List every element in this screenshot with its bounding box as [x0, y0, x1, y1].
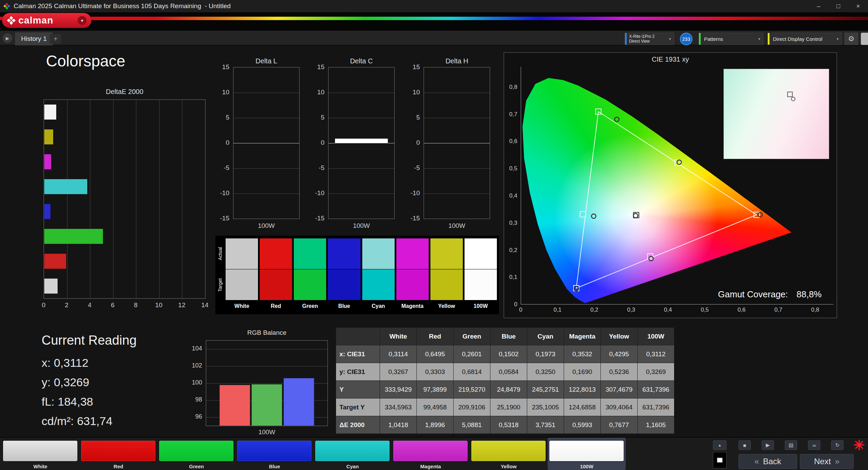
measured-marker-white	[634, 214, 638, 218]
gridline	[159, 100, 159, 298]
swatch-column-100w: 100W	[465, 238, 497, 313]
table-header-cell: Blue	[490, 328, 527, 345]
table-corner-cell	[336, 328, 380, 345]
pattern-window-icon	[717, 458, 722, 463]
gamut-coverage: Gamut Coverage: 88,8%	[718, 289, 822, 300]
meter-status-badge[interactable]: 233	[680, 33, 692, 45]
axis-tick-label: 0,1	[551, 307, 564, 313]
table-cell: 334,5963	[380, 398, 416, 416]
deltae-x-axis: 02468101214	[44, 301, 205, 310]
refresh-button[interactable]: ↻	[831, 440, 843, 450]
table-cell: 333,9429	[380, 381, 416, 398]
table-cell: 0,3303	[417, 363, 453, 380]
calman-logo-button[interactable]: calman ▾	[2, 13, 91, 28]
axis-tick-label: 2	[62, 301, 72, 309]
patterns-dropdown[interactable]: Patterns ▾	[699, 33, 763, 45]
pattern-button-white[interactable]: White	[1, 438, 79, 470]
gridline	[206, 349, 328, 349]
display-control-dropdown[interactable]: Direct Display Control ▾	[767, 33, 842, 45]
target-swatch	[362, 269, 395, 300]
axis-tick-label: 0,4	[504, 192, 517, 199]
calman-asterisk-icon: ✳	[853, 438, 865, 453]
pattern-button-100w[interactable]: 100W	[548, 438, 626, 470]
next-button[interactable]: Next »	[800, 454, 854, 469]
save-button[interactable]: ▤	[785, 440, 797, 450]
pattern-button-cyan[interactable]: Cyan	[314, 438, 392, 470]
actual-swatch	[328, 238, 360, 269]
table-header-cell: Yellow	[601, 328, 637, 345]
axis-tick-label: 0	[39, 301, 48, 309]
swatch-column-green: Green	[294, 238, 326, 313]
table-cell: 0,3250	[527, 363, 564, 380]
calman-diamond-icon	[7, 16, 16, 25]
axis-tick-label: -10	[217, 189, 229, 197]
axis-tick-label: 6	[108, 301, 118, 309]
logo-dropdown-icon[interactable]: ▾	[78, 16, 87, 25]
meter-dropdown[interactable]: X-Rite i1Pro 2 Direct View ▾	[625, 33, 674, 45]
add-tab-button[interactable]: +	[50, 34, 61, 44]
pattern-button-red[interactable]: Red	[79, 438, 157, 470]
tab-history-1[interactable]: History 1	[15, 32, 53, 45]
pattern-button-blue[interactable]: Blue	[235, 438, 314, 470]
pattern-button-green[interactable]: Green	[157, 438, 235, 470]
measured-marker-red	[758, 213, 762, 217]
target-swatch	[430, 269, 463, 300]
table-cell: 0,2601	[454, 345, 490, 363]
meter-name: X-Rite i1Pro 2 Direct View	[627, 34, 666, 44]
table-cell: 3,7351	[527, 416, 564, 434]
axis-tick-label: 10	[217, 89, 229, 96]
axis-tick-label: 5	[407, 114, 420, 121]
actual-swatch	[260, 238, 292, 269]
deltae-bar-100w	[44, 279, 58, 294]
actual-swatch	[362, 238, 395, 269]
table-cell: 0,0584	[490, 363, 527, 380]
axis-tick-label: 0,5	[504, 165, 517, 172]
gridline	[206, 366, 328, 366]
delta-l-x-label: 100W	[233, 222, 300, 230]
panel-edge-handle[interactable]	[861, 33, 868, 45]
gridline	[233, 193, 299, 194]
table-cell: 0,3114	[380, 345, 416, 363]
rgb-bar-blue	[284, 378, 314, 426]
table-header-cell: Cyan	[527, 328, 564, 345]
delta-l-title: Delta L	[233, 57, 300, 65]
axis-tick-label: 0,3	[624, 307, 638, 313]
brand-bar: calman ▾	[0, 12, 868, 31]
axis-tick-label: 10	[312, 89, 324, 96]
axis-tick-label: 15	[407, 63, 420, 71]
deltae-bar-red	[44, 254, 66, 269]
delta-c-y-axis: 151050-5-10-15	[312, 67, 326, 219]
axis-tick-label: -10	[407, 189, 420, 197]
table-cell: 235,1005	[527, 398, 564, 416]
pattern-window-button[interactable]	[713, 452, 727, 468]
settings-gear-button[interactable]: ⚙	[844, 33, 858, 45]
window-title: Calman 2025 Calman Ultimate for Business…	[14, 2, 231, 10]
measured-marker-yellow	[677, 160, 681, 164]
table-cell: 0,1690	[564, 363, 600, 380]
back-button[interactable]: « Back	[738, 454, 797, 469]
history-nav-button[interactable]: ▶	[3, 33, 12, 43]
next-chevrons-icon: »	[835, 457, 839, 466]
swatch-label: Blue	[328, 303, 360, 309]
axis-tick-label: 96	[188, 413, 202, 420]
stop-button[interactable]: ■	[738, 440, 751, 450]
swatch-label: Yellow	[430, 303, 463, 309]
axis-tick-label: 10	[154, 301, 164, 309]
maximize-button[interactable]: □	[828, 0, 848, 12]
collapse-panel-button[interactable]: ▲	[713, 440, 727, 450]
actual-swatch	[226, 238, 258, 269]
chevron-down-icon: ▾	[834, 37, 841, 41]
pattern-swatch	[471, 441, 546, 461]
close-button[interactable]: ×	[848, 0, 868, 12]
swatch-label: White	[226, 303, 258, 309]
gridline	[233, 93, 299, 93]
link-button[interactable]: ∞	[808, 440, 820, 450]
pattern-label: Blue	[235, 464, 314, 469]
pattern-button-magenta[interactable]: Magenta	[392, 438, 470, 470]
pattern-button-yellow[interactable]: Yellow	[470, 438, 548, 470]
axis-tick-label: -10	[312, 189, 324, 197]
pattern-label: Magenta	[392, 464, 470, 469]
minimize-button[interactable]: –	[809, 0, 828, 12]
play-button[interactable]: ▶	[762, 440, 774, 450]
swatch-column-yellow: Yellow	[430, 238, 463, 313]
